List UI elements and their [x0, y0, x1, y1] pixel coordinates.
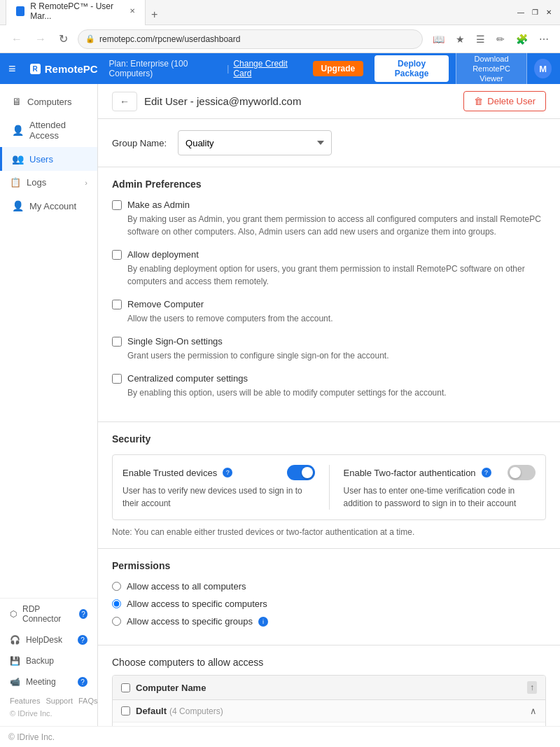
- trusted-devices-help-icon[interactable]: ?: [223, 468, 232, 477]
- pref-centralized-computer-header: Centralized computer settings: [112, 373, 546, 384]
- reader-mode-button[interactable]: 📖: [430, 31, 447, 48]
- tab-favicon: [16, 6, 24, 16]
- attended-access-icon: 👤: [12, 125, 24, 136]
- user-avatar[interactable]: M: [534, 59, 552, 78]
- close-window-icon[interactable]: ✕: [543, 7, 554, 18]
- trusted-devices-title: Enable Trusted devices: [122, 468, 217, 478]
- upgrade-button[interactable]: Upgrade: [313, 61, 364, 76]
- admin-preferences-title: Admin Preferences: [112, 179, 546, 190]
- header-separator: |: [227, 64, 229, 74]
- centralized-computer-desc: By enabling this option, users will be a…: [127, 386, 546, 399]
- computer-group-default-header[interactable]: Default (4 Computers) ∧: [113, 700, 545, 722]
- back-button[interactable]: ←: [112, 92, 137, 111]
- computer-row-anna: ⊞ Anna-PC: [113, 722, 545, 726]
- pref-item-make-admin: Make as Admin By making user as Admin, y…: [112, 200, 546, 238]
- change-credit-card-link[interactable]: Change Credit Card: [233, 59, 301, 78]
- collapse-group-icon[interactable]: ∧: [530, 706, 537, 716]
- perm-all-computers-label: Allow access to all computers: [127, 581, 246, 592]
- perm-specific-groups-radio[interactable]: [112, 617, 121, 626]
- security-section: Security Enable Trusted devices ? User h…: [98, 422, 560, 549]
- back-nav-button[interactable]: ←: [8, 30, 25, 48]
- remove-computer-checkbox[interactable]: [112, 300, 122, 309]
- minimize-icon[interactable]: —: [515, 7, 526, 18]
- helpdesk-label: HelpDesk: [26, 635, 62, 645]
- delete-user-button[interactable]: 🗑 Delete User: [463, 91, 546, 111]
- pref-item-centralized-computer: Centralized computer settings By enablin…: [112, 373, 546, 399]
- my-account-icon: 👤: [12, 200, 24, 211]
- refresh-nav-button[interactable]: ↻: [56, 29, 71, 48]
- sidebar-item-attended-access[interactable]: 👤 Attended Access: [0, 113, 97, 147]
- single-sign-on-checkbox[interactable]: [112, 337, 122, 347]
- users-icon: 👥: [12, 153, 24, 165]
- centralized-computer-checkbox[interactable]: [112, 374, 122, 384]
- footer-support-link[interactable]: Support: [46, 697, 73, 705]
- perm-specific-computers-radio[interactable]: [112, 599, 121, 608]
- tab-close-icon[interactable]: ✕: [130, 7, 135, 15]
- make-admin-checkbox[interactable]: [112, 200, 122, 210]
- sort-icon[interactable]: ↑: [527, 681, 537, 694]
- single-sign-on-label: Single Sign-On settings: [127, 336, 223, 347]
- content-area: ← Edit User - jessica@myworld.com 🗑 Dele…: [98, 84, 560, 726]
- allow-deployment-checkbox[interactable]: [112, 250, 122, 260]
- trash-icon: 🗑: [474, 96, 483, 106]
- two-factor-header: Enable Two-factor authentication ?: [344, 465, 536, 480]
- sidebar-item-logs[interactable]: 📋 Logs ›: [0, 171, 97, 194]
- edit-user-email: jessica@myworld.com: [197, 95, 301, 107]
- more-button[interactable]: ⋯: [536, 31, 552, 48]
- two-factor-help-icon[interactable]: ?: [482, 468, 491, 477]
- perm-all-computers[interactable]: Allow access to all computers: [112, 581, 546, 592]
- deploy-package-button[interactable]: Deploy Package: [374, 55, 449, 82]
- meeting-help-icon[interactable]: ?: [78, 677, 88, 687]
- perm-specific-groups-info-icon[interactable]: i: [258, 617, 268, 627]
- footer-faqs-link[interactable]: FAQs: [78, 697, 98, 705]
- logs-icon: 📋: [10, 177, 21, 188]
- perm-specific-computers-label: Allow access to specific computers: [127, 599, 267, 609]
- new-tab-button[interactable]: +: [146, 4, 163, 25]
- perm-specific-computers[interactable]: Allow access to specific computers: [112, 599, 546, 609]
- sidebar-item-computers[interactable]: 🖥 Computers: [0, 90, 97, 113]
- header-plan: Plan: Enterprise (100 Computers) | Chang…: [109, 59, 302, 78]
- tools-button[interactable]: ✏: [493, 31, 507, 48]
- perm-all-computers-radio[interactable]: [112, 582, 121, 591]
- menu-button[interactable]: ☰: [473, 31, 488, 48]
- sidebar-item-users[interactable]: 👥 Users: [0, 147, 97, 171]
- trusted-devices-desc: User has to verify new devices used to s…: [122, 484, 315, 510]
- pref-allow-deployment-header: Allow deployment: [112, 249, 546, 260]
- rdp-help-icon[interactable]: ?: [79, 609, 88, 619]
- bookmark-button[interactable]: ★: [453, 31, 468, 48]
- maximize-icon[interactable]: ❐: [529, 7, 540, 18]
- logs-chevron-icon: ›: [85, 179, 88, 187]
- footer-features-link[interactable]: Features: [10, 697, 40, 705]
- sidebar-item-helpdesk[interactable]: 🎧 HelpDesk ?: [0, 629, 97, 650]
- computer-table: Computer Name ↑ Default (4 Computers) ∧ …: [112, 675, 546, 726]
- sidebar-item-backup[interactable]: 💾 Backup: [0, 650, 97, 671]
- group-select[interactable]: Quality Default Engineering Sales: [178, 130, 332, 155]
- address-bar-actions: 📖 ★ ☰ ✏ 🧩 ⋯: [430, 31, 552, 48]
- address-bar[interactable]: 🔒 remotepc.com/rpcnew/userdashboard: [78, 29, 423, 49]
- computer-table-body: Default (4 Computers) ∧ ⊞ Anna-PC ⊞ Dian…: [113, 700, 545, 726]
- perm-specific-groups-label: Allow access to specific groups: [127, 616, 253, 627]
- security-title: Security: [112, 433, 546, 445]
- sidebar-item-rdp-connector[interactable]: ⬡ RDP Connector ?: [0, 599, 97, 629]
- download-viewer-button[interactable]: Download RemotePC Viewer: [456, 50, 527, 88]
- browser-tab-active[interactable]: R RemotePC™ - User Mar... ✕: [6, 0, 146, 25]
- hamburger-icon[interactable]: ≡: [8, 62, 16, 76]
- trusted-devices-toggle[interactable]: [287, 465, 315, 480]
- sidebar-item-meeting[interactable]: 📹 Meeting ?: [0, 671, 97, 692]
- default-group-checkbox[interactable]: [121, 706, 130, 715]
- allow-deployment-label: Allow deployment: [127, 249, 199, 260]
- pref-item-remove-computer: Remove Computer Allow the users to remov…: [112, 299, 546, 325]
- perm-specific-groups[interactable]: Allow access to specific groups i: [112, 616, 546, 627]
- helpdesk-help-icon[interactable]: ?: [78, 635, 88, 645]
- back-arrow-icon: ←: [120, 96, 130, 107]
- sidebar-item-my-account[interactable]: 👤 My Account: [0, 194, 97, 218]
- two-factor-toggle[interactable]: [507, 465, 536, 480]
- sidebar-label-my-account: My Account: [29, 201, 76, 211]
- window-controls: — ❐ ✕: [515, 7, 554, 18]
- extensions-button[interactable]: 🧩: [513, 31, 531, 48]
- rdp-connector-icon: ⬡: [10, 609, 17, 619]
- plan-text: Plan: Enterprise (100 Computers): [109, 59, 223, 78]
- select-all-computers-checkbox[interactable]: [121, 683, 130, 692]
- forward-nav-button[interactable]: →: [32, 30, 49, 48]
- two-factor-desc: User has to enter one-time verification …: [344, 484, 536, 510]
